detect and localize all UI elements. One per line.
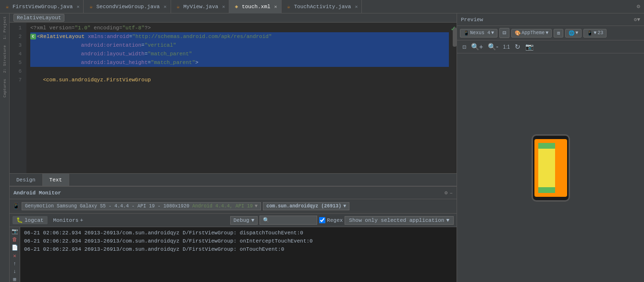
code-content[interactable]: <?xml version="1.0" encoding="utf-8"?> C… (26, 23, 453, 173)
preview-locale-btn[interactable]: 🌐 ▼ (565, 29, 582, 38)
monitor-settings-icon[interactable]: ⚙ (445, 190, 448, 196)
monitors-add-icon[interactable]: + (80, 218, 83, 223)
monitor-body: 📷 🗑 📄 ✕ ↑ ↓ ⊞ 🖨 ↻ ⚙ ? 06-21 02:06:22.934… (10, 227, 457, 282)
breadcrumb: RelativeLayout (10, 13, 457, 23)
code-line-5: android:layout_height="match_parent"> (30, 58, 449, 67)
regex-checkbox[interactable] (319, 217, 325, 223)
device-icon2: 📱 (463, 30, 469, 36)
preview-layout-btn[interactable]: ⊟ (499, 28, 509, 38)
editor-scrollbar[interactable] (453, 23, 457, 173)
log-line-1: 06-21 02:06:22.934 26913-26913/com.sun.a… (24, 229, 453, 237)
preview-grid-btn[interactable]: ⊞ (554, 29, 563, 38)
app-label: com.sun.androidqyz (26913) (266, 204, 341, 209)
java-icon3: ☕ (175, 3, 182, 10)
device-dropdown-arrow[interactable]: ▼ (255, 204, 258, 209)
monitor-icons: 📷 🗑 📄 ✕ ↑ ↓ ⊞ 🖨 ↻ ⚙ ? (10, 227, 20, 282)
monitor-minimize-icon[interactable]: – (449, 190, 453, 196)
xml-icon: ◈ (233, 3, 240, 10)
monitor-title: Android Monitor (13, 190, 61, 196)
tab-close-myview[interactable]: ✕ (222, 4, 225, 10)
preview-device-btn[interactable]: 📱 Nexus 4 ▼ (460, 29, 497, 38)
phone-yellow-section (538, 149, 555, 187)
zoom-out-btn[interactable]: 🔍- (486, 42, 500, 51)
show-selected-arrow: ▼ (446, 218, 449, 223)
tab-close-touchactivity[interactable]: ✕ (355, 4, 358, 10)
main-area: 1: Project 2: Structure Captures Relativ… (0, 13, 644, 282)
show-selected-button[interactable]: Show only selected application ▼ (345, 216, 454, 225)
preview-title: Preview (461, 17, 483, 23)
monitor-settings: ⚙ – (445, 190, 453, 196)
api-icon: 📱 (587, 30, 593, 36)
camera-btn[interactable]: 📷 (524, 42, 535, 51)
sidebar-captures[interactable]: Captures (1, 76, 8, 100)
preview-theme-btn[interactable]: 🎨 AppTheme ▼ (511, 29, 552, 38)
zoom-fit-btn[interactable]: ⊡ (461, 42, 468, 51)
preview-toolbar-1: 📱 Nexus 4 ▼ ⊟ 🎨 AppTheme ▼ ⊞ 🌐 ▼ 📱 ▼ 23 (457, 26, 644, 40)
code-line-3: android:orientation="vertical" (30, 41, 449, 50)
tab-close-firstviewgroup[interactable]: ✕ (76, 4, 79, 10)
monitors-tab[interactable]: Monitors + (50, 217, 87, 224)
log-content[interactable]: 06-21 02:06:22.934 26913-26913/com.sun.a… (20, 227, 457, 282)
monitor-icon-up[interactable]: ↑ (11, 261, 19, 267)
preview-api-btn[interactable]: 📱 ▼ 23 (583, 29, 607, 38)
java-icon4: ☕ (285, 3, 292, 10)
design-tab-bar: Design Text (10, 173, 457, 186)
logcat-bar: 🐛 logcat Monitors + Debug ▼ 🔍 Regex (10, 214, 457, 227)
monitor-header: Android Monitor ⚙ – (10, 187, 457, 199)
monitor-icon-file[interactable]: 📄 (11, 244, 19, 251)
code-line-4: android:layout_width="match_parent" (30, 50, 449, 58)
monitor-icon-error[interactable]: ✕ (11, 253, 19, 259)
device-label: Genymotion Samsung Galaxy S5 - 4.4.4 - A… (25, 204, 253, 209)
log-line-2: 06-21 02:06:22.934 26913-26913/com.sun.a… (24, 237, 453, 245)
tab-close-touch-xml[interactable]: ✕ (274, 4, 277, 10)
logcat-icon: 🐛 (16, 217, 23, 223)
search-icon: 🔍 (263, 217, 270, 223)
sidebar-project[interactable]: 1: Project (1, 13, 8, 42)
zoom-actual-btn[interactable]: 1:1 (502, 42, 511, 51)
tab-bar: ☕ FirstViewGroup.java ✕ ☕ SecondViewGrou… (0, 0, 644, 13)
tab-myview[interactable]: ☕ MyView.java ✕ (171, 0, 230, 13)
sidebar-structure[interactable]: 2: Structure (1, 42, 8, 76)
code-line-2: C <RelativeLayout xmlns:android="http://… (30, 32, 449, 41)
tab-text[interactable]: Text (43, 174, 69, 186)
phone-screen (534, 139, 567, 197)
tab-design[interactable]: Design (10, 174, 43, 186)
monitor-icon-delete[interactable]: 🗑 (11, 236, 19, 243)
java-icon2: ☕ (87, 3, 94, 10)
tab-firstviewgroup[interactable]: ☕ FirstViewGroup.java ✕ (0, 0, 84, 13)
monitor-icon-down[interactable]: ↓ (11, 269, 19, 274)
refresh-btn[interactable]: ↻ (513, 42, 522, 51)
logcat-tab[interactable]: 🐛 logcat (12, 216, 48, 224)
log-level-selector[interactable]: Debug ▼ (230, 216, 258, 225)
phone-mockup (532, 134, 570, 202)
search-input[interactable]: 🔍 (260, 216, 317, 225)
settings-gear-icon[interactable]: ⚙ (637, 3, 640, 10)
c-marker: C (30, 34, 36, 39)
code-editor[interactable]: 1 2 3 4 5 6 7 <?xml version="1.0" encodi… (10, 23, 457, 173)
code-line-7: <com.sun.androidqyz.FirstViewGroup (30, 76, 449, 84)
tab-touch-xml[interactable]: ◈ touch.xml ✕ (229, 0, 281, 13)
breadcrumb-label: RelativeLayout (13, 14, 64, 22)
app-selector[interactable]: com.sun.androidqyz (26913) ▼ (263, 202, 349, 210)
log-level-arrow: ▼ (251, 218, 255, 223)
top-right-settings: ⚙ (637, 3, 644, 10)
android-monitor: Android Monitor ⚙ – 📱 Genymotion Samsung… (10, 186, 457, 282)
preview-content (457, 53, 644, 282)
code-line-1: <?xml version="1.0" encoding="utf-8"?> (30, 24, 449, 32)
monitor-icon-camera[interactable]: 📷 (11, 228, 19, 234)
log-line-3: 06-21 02:06:22.934 26913-26913/com.sun.a… (24, 245, 453, 254)
locale-icon: 🌐 (569, 30, 574, 36)
regex-label: Regex (319, 217, 343, 223)
tab-close-secondviewgroup[interactable]: ✕ (163, 4, 166, 10)
tab-secondviewgroup[interactable]: ☕ SecondViewGroup.java ✕ (84, 0, 171, 13)
device-selector[interactable]: Genymotion Samsung Galaxy S5 - 4.4.4 - A… (22, 202, 261, 210)
zoom-in-btn[interactable]: 🔍+ (470, 42, 484, 51)
app-dropdown-arrow[interactable]: ▼ (343, 204, 346, 209)
preview-settings-icon[interactable]: ⚙▼ (634, 16, 640, 23)
check-icon: ✓ (451, 24, 456, 33)
monitor-icon-table[interactable]: ⊞ (11, 276, 19, 282)
tab-touchactivity[interactable]: ☕ TouchActivity.java ✕ (282, 0, 362, 13)
monitor-toolbar: 📱 Genymotion Samsung Galaxy S5 - 4.4.4 -… (10, 199, 457, 214)
device-dropdown: ▼ (491, 30, 494, 36)
device-icon: 📱 (12, 203, 20, 210)
